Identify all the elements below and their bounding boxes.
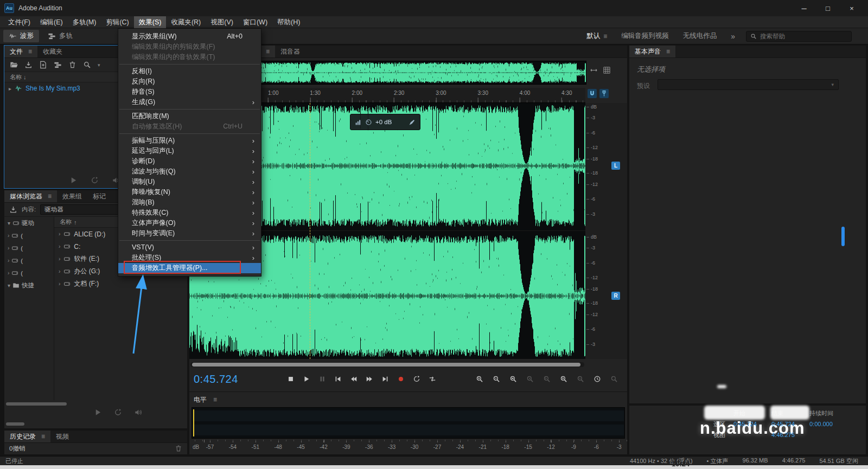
history-entry[interactable]: 0撤销 <box>4 443 187 454</box>
column-header-name[interactable]: 名称 <box>60 218 72 226</box>
expand-chevron-icon[interactable]: ▸ <box>9 86 11 92</box>
expand-chevron-icon[interactable]: ▾ <box>8 220 10 226</box>
time-display[interactable]: 0:45.724 <box>194 373 270 386</box>
menubar-item[interactable]: 收藏夹(R) <box>166 16 206 28</box>
close-button[interactable]: × <box>840 0 864 16</box>
expand-chevron-icon[interactable]: › <box>59 243 60 249</box>
volume-hud[interactable]: +0 dB <box>350 114 420 130</box>
playhead[interactable] <box>310 103 310 359</box>
expand-chevron-icon[interactable]: ▾ <box>8 282 10 288</box>
tab-essential-sound[interactable]: 基本声音 ≡ <box>629 46 675 57</box>
panel-menu-icon[interactable]: ≡ <box>666 48 670 55</box>
loop-playback-button[interactable] <box>410 373 423 385</box>
expand-chevron-icon[interactable]: › <box>8 258 9 264</box>
tab-favorites[interactable]: 收藏夹 <box>37 46 68 57</box>
search-caret-icon[interactable]: ▾ <box>98 62 100 68</box>
tab-media-browser[interactable]: 媒体浏览器 ≡ <box>4 190 57 202</box>
tree-item[interactable]: ›( <box>4 267 54 279</box>
column-header-name[interactable]: 名称 <box>10 73 22 81</box>
menubar-item[interactable]: 视图(V) <box>206 16 238 28</box>
workspace-edit-audio-video-button[interactable]: 编辑音频到视频 <box>621 31 669 41</box>
zoom-out-button[interactable] <box>489 373 503 385</box>
zoom-full-button[interactable] <box>607 373 621 385</box>
help-search-box[interactable] <box>746 31 852 42</box>
menu-item[interactable]: 特殊效果(C)› <box>118 208 261 218</box>
zoom-to-selection-button[interactable] <box>506 373 520 385</box>
panel-menu-icon[interactable]: ≡ <box>213 396 217 403</box>
rewind-button[interactable] <box>347 373 360 385</box>
expand-chevron-icon[interactable]: › <box>8 233 9 239</box>
panel-menu-icon[interactable]: ≡ <box>266 48 270 55</box>
skip-selection-button[interactable] <box>425 373 439 385</box>
menu-item[interactable]: 振幅与压限(A)› <box>118 136 261 146</box>
menu-item[interactable]: 混响(B)› <box>118 197 261 208</box>
workspace-radio-button[interactable]: 无线电作品 <box>683 31 717 41</box>
preview-loop-button[interactable] <box>91 176 99 184</box>
spectral-display-icon[interactable] <box>603 66 611 74</box>
menu-item[interactable]: 生成(G)› <box>118 97 261 107</box>
channel-left-badge[interactable]: L <box>611 162 620 170</box>
selection-start-value[interactable]: 0:45.724 <box>733 421 771 427</box>
menu-item[interactable]: 延迟与回声(L)› <box>118 146 261 156</box>
panel-menu-icon[interactable]: ≡ <box>48 192 52 200</box>
selection-end-value[interactable]: 0:45.724 <box>771 421 809 427</box>
right-panel-scrollbar[interactable] <box>841 227 845 246</box>
pause-button[interactable] <box>315 373 329 385</box>
zoom-reset-button[interactable] <box>590 373 604 385</box>
delete-file-button[interactable] <box>68 61 76 69</box>
multitrack-view-button[interactable]: 多轨 <box>42 30 78 42</box>
panel-menu-icon[interactable]: ≡ <box>41 433 45 440</box>
preview-loop-button[interactable] <box>114 408 122 416</box>
menubar-item[interactable]: 文件(F) <box>3 16 35 28</box>
menu-item[interactable]: 匹配响度(M) <box>118 111 261 121</box>
trash-icon[interactable] <box>175 445 182 452</box>
import-file-button[interactable] <box>24 61 33 69</box>
tree-item[interactable]: ›( <box>4 254 54 267</box>
zoom-amplitude-out-button[interactable] <box>573 373 587 385</box>
expand-chevron-icon[interactable]: › <box>8 245 9 251</box>
menu-item[interactable]: 静音(S) <box>118 87 261 97</box>
snapping-toggle-icon[interactable] <box>588 89 597 98</box>
tab-video[interactable]: 视频 <box>50 431 74 442</box>
skip-to-end-button[interactable] <box>378 373 392 385</box>
menu-item[interactable]: 显示效果组(W)Alt+0 <box>118 31 261 42</box>
expand-chevron-icon[interactable]: › <box>59 231 60 237</box>
zoom-range-icon[interactable] <box>590 66 598 74</box>
marker-toggle-icon[interactable] <box>599 89 609 98</box>
panel-menu-icon[interactable]: ≡ <box>28 48 32 55</box>
tab-history[interactable]: 历史记录 ≡ <box>4 431 50 442</box>
maximize-button[interactable]: □ <box>816 0 840 16</box>
play-button[interactable] <box>299 373 313 385</box>
workspace-default-button[interactable]: 默认 <box>586 31 600 41</box>
selection-duration-value[interactable]: 0:00.000 <box>809 421 847 427</box>
menu-item[interactable]: 反相(I) <box>118 66 261 76</box>
tree-item-shortcuts[interactable]: ▾快捷 <box>4 279 54 292</box>
menu-item[interactable]: 立体声声像(O)› <box>118 218 261 228</box>
preview-volume-button[interactable] <box>134 408 142 416</box>
menubar-item[interactable]: 剪辑(C) <box>101 16 133 28</box>
preview-play-button[interactable] <box>94 408 102 416</box>
waveform-view-button[interactable]: 波形 <box>3 30 39 42</box>
expand-chevron-icon[interactable]: › <box>59 268 60 274</box>
zoom-selection-inpoint-button[interactable] <box>523 373 537 385</box>
tree-item-drives[interactable]: ▾驱动 <box>4 217 54 229</box>
channel-right-badge[interactable]: R <box>611 292 620 300</box>
drive-row[interactable]: ›文档 (F:) <box>54 278 187 290</box>
record-button[interactable] <box>394 373 407 385</box>
menu-item[interactable]: VST(V)› <box>118 242 261 253</box>
menu-item[interactable]: 反向(R) <box>118 76 261 87</box>
insert-into-multitrack-button[interactable] <box>54 61 62 69</box>
skip-to-start-button[interactable] <box>331 373 344 385</box>
tab-markers[interactable]: 标记 <box>87 190 111 202</box>
menubar-item[interactable]: 效果(S) <box>134 16 167 28</box>
menu-item[interactable]: 音频增效工具管理器(P)... <box>118 263 261 273</box>
zoom-amplitude-in-button[interactable] <box>557 373 570 385</box>
expand-chevron-icon[interactable]: › <box>8 270 9 276</box>
zoom-selection-outpoint-button[interactable] <box>540 373 553 385</box>
menu-item[interactable]: 时间与变调(E)› <box>118 228 261 239</box>
open-file-button[interactable] <box>10 61 18 69</box>
horizontal-scrollbar[interactable] <box>190 362 584 367</box>
expand-chevron-icon[interactable]: › <box>59 281 60 287</box>
filter-search-button[interactable] <box>83 61 91 69</box>
menubar-item[interactable]: 编辑(E) <box>35 16 68 28</box>
